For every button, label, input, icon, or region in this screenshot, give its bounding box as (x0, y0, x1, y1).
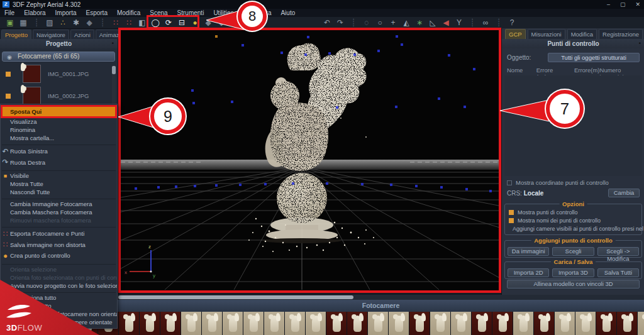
menubar-item[interactable]: Importa (55, 9, 77, 16)
camera-strip-thumbnail[interactable] (119, 312, 139, 335)
context-menu-item[interactable]: Orienta selezione (1, 265, 117, 273)
camera-strip-thumbnail[interactable] (575, 312, 596, 335)
option-checkbox[interactable] (509, 210, 514, 215)
bounding-box-icon[interactable]: ◧ (136, 18, 148, 28)
context-menu-item[interactable]: Orienta foto selezionata con punti di co… (1, 273, 117, 282)
menubar-item[interactable]: Visualizza (243, 9, 272, 16)
camera-strip-thumbnail[interactable] (264, 312, 284, 335)
scrollbar-thumb[interactable] (118, 295, 353, 299)
right-panel-tab[interactable]: Registrazione (599, 29, 643, 39)
context-menu-item[interactable]: Rinomina (1, 126, 117, 134)
camera-strip-thumbnail[interactable] (181, 312, 201, 335)
ruler-icon[interactable]: ◺ (426, 18, 439, 28)
context-menu-item[interactable]: ∷ Esporta Fotocamere e Punti (1, 228, 117, 239)
camera-strip-thumbnail[interactable] (326, 312, 347, 335)
undo-icon[interactable]: ↶ (321, 18, 333, 28)
workspace-icon[interactable]: ◆ (202, 18, 214, 28)
context-menu-item[interactable]: Mostra cartella... (1, 134, 117, 142)
context-menu-item[interactable]: ■ Visibile (1, 172, 117, 180)
dense-cloud-icon[interactable]: ✱ (70, 18, 82, 28)
help-icon[interactable]: ? (506, 18, 518, 28)
camera-strip-thumbnail[interactable] (534, 312, 554, 335)
menubar-item[interactable]: Aiuto (280, 9, 295, 16)
camera-strip-thumbnail[interactable] (160, 312, 180, 335)
camera-strip-thumbnail[interactable] (368, 312, 388, 335)
camera-strip-thumbnail[interactable] (409, 312, 430, 335)
menubar-item[interactable]: Scena (150, 9, 167, 16)
camera-strip-thumbnail[interactable] (140, 312, 160, 335)
camera-strip-thumbnail[interactable] (389, 312, 409, 335)
camera-strip-thumbnail[interactable] (638, 312, 644, 335)
mesh-icon[interactable]: ◆ (83, 18, 96, 28)
right-panel-tab[interactable]: GCP (505, 29, 526, 39)
context-menu-item[interactable]: Mostra Tutte (1, 180, 117, 188)
context-menu-item[interactable] (2, 224, 116, 228)
context-menu-item[interactable]: ↶ Ruota Sinistra (1, 146, 117, 157)
new-project-icon[interactable]: ▣ (4, 18, 16, 28)
circle-tool-icon[interactable]: ◯ (149, 18, 162, 28)
context-menu-item[interactable]: Rimuovi maschera fotocamera (1, 216, 117, 224)
show-coords-checkbox[interactable] (507, 180, 512, 185)
object-select[interactable]: Tutti gli oggetti strutturati (548, 53, 640, 62)
context-menu-item[interactable] (2, 168, 116, 171)
menubar-item[interactable]: Esporta (86, 9, 108, 16)
crs-change-button[interactable]: Cambia (608, 189, 640, 197)
control-distances-icon[interactable]: ∷ (123, 18, 135, 28)
camera-strip-thumbnail[interactable] (223, 312, 243, 335)
load-save-button[interactable]: Importa 3D (552, 268, 594, 277)
minimize-button[interactable]: – (607, 0, 610, 9)
sparse-cloud-icon[interactable]: ∴ (57, 18, 69, 28)
camera-strip-thumbnail[interactable] (285, 312, 305, 335)
load-save-button[interactable]: Salva Tutti (597, 268, 639, 277)
add-group-button[interactable]: Scegli (552, 247, 594, 256)
context-menu-item[interactable] (2, 196, 116, 199)
context-menu-item[interactable]: Sposta Qui (1, 106, 117, 118)
camera-strip-thumbnail[interactable] (555, 312, 575, 335)
panel-collapse-icon[interactable]: • (112, 39, 114, 48)
menubar-item[interactable]: Modifica (117, 9, 140, 16)
redo-icon[interactable]: ↷ (334, 18, 347, 28)
menubar-item[interactable]: Elabora (24, 9, 45, 16)
right-panel-tab[interactable]: Modifica (567, 29, 597, 39)
context-menu-item[interactable]: Cambia Immagine Fotocamera (1, 200, 117, 208)
camera-strip-thumbnail[interactable] (306, 312, 326, 335)
section-tool-icon[interactable]: ⊟ (175, 18, 188, 28)
maximize-button[interactable]: ▢ (620, 0, 626, 9)
menubar-item[interactable]: Strumenti (177, 9, 204, 16)
context-menu-item[interactable]: ● Crea punto di controllo (1, 250, 117, 261)
axes-icon[interactable]: ∗ (413, 18, 426, 28)
context-menu-item[interactable]: Nascondi Tutte (1, 188, 117, 196)
context-menu-item[interactable]: Cambia Maschera Fotocamera (1, 208, 117, 216)
pole-tool-icon[interactable]: + (387, 18, 399, 28)
camera-list-item[interactable]: IMG_0001.JPG (0, 63, 118, 85)
camera-strip-thumbnail[interactable] (617, 312, 637, 335)
context-menu-item[interactable]: ↷ Ruota Destra (1, 157, 117, 168)
close-button[interactable]: ✕ (635, 0, 640, 9)
option-row[interactable]: Aggiungi camere visibili ai punti di con… (509, 226, 638, 232)
image-browser-icon[interactable]: ▨ (43, 18, 56, 28)
annotation-icon[interactable]: ◀ (440, 18, 452, 28)
camera-checkbox[interactable] (6, 94, 11, 99)
mask-icon[interactable]: ∞ (479, 18, 492, 28)
load-save-button[interactable]: Importa 2D (508, 268, 549, 277)
camera-strip-thumbnail[interactable] (513, 312, 533, 335)
option-row[interactable]: Mostra punti di controllo (509, 209, 638, 216)
sidebar-tab[interactable]: Progetto (1, 30, 31, 39)
menubar-item[interactable]: Utilities (213, 9, 233, 16)
camera-strip-thumbnail[interactable] (243, 312, 264, 335)
context-menu-item[interactable]: ∷ Salva immagine non distorta (1, 239, 117, 251)
panel-collapse-icon[interactable]: • (639, 39, 641, 48)
lasso-select-icon[interactable]: ◌ (360, 18, 373, 28)
menubar-item[interactable]: File (4, 9, 14, 16)
camera-checkbox[interactable] (6, 72, 11, 77)
utilities-icon[interactable]: Y (453, 18, 465, 28)
ellipse-select-icon[interactable]: ○ (374, 18, 386, 28)
sidebar-tab[interactable]: Azioni (70, 30, 94, 39)
camera-strip-thumbnail[interactable] (472, 312, 492, 335)
add-group-button[interactable]: Scegli -> Modifica (597, 247, 639, 256)
context-menu-item[interactable] (2, 142, 116, 145)
control-points-icon[interactable]: ∷ (109, 18, 122, 28)
right-panel-tab[interactable]: Misurazioni (528, 29, 565, 39)
add-group-button[interactable]: Da immagini (508, 247, 549, 256)
camera-strip-thumbnail[interactable] (347, 312, 367, 335)
